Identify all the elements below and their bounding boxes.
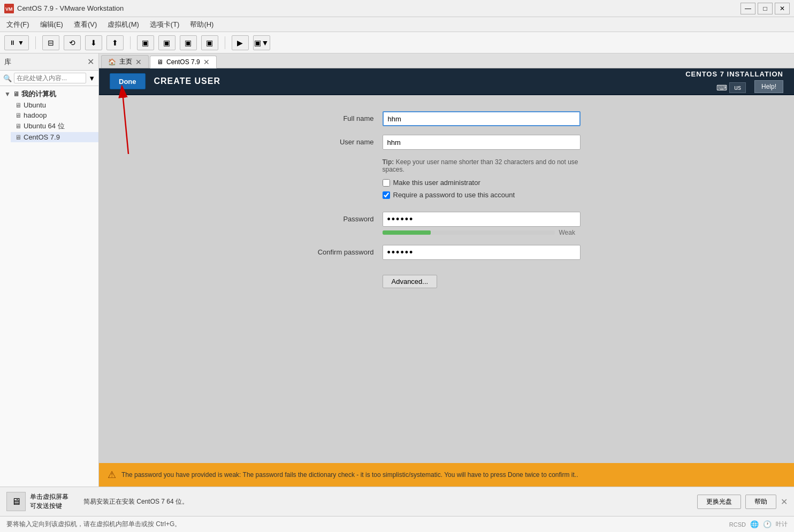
minimize-button[interactable]: — <box>740 3 755 14</box>
admin-checkbox-label[interactable]: Make this user administrator <box>393 179 480 187</box>
sidebar-close-button[interactable]: ✕ <box>87 57 94 67</box>
status-vm-icon: 🖥 <box>6 492 26 511</box>
ubuntu-label: Ubuntu <box>24 101 46 109</box>
app-logo: VM <box>4 4 14 13</box>
console-button[interactable]: ▶ <box>232 35 249 50</box>
search-dropdown-icon[interactable]: ▼ <box>88 74 95 82</box>
sidebar-item-hadoop[interactable]: 🖥 hadoop <box>11 110 98 120</box>
sidebar-item-my-computer[interactable]: ▼ 🖥 我的计算机 <box>0 88 98 100</box>
full-name-input[interactable] <box>383 111 581 126</box>
require-password-row: Require a password to use this account <box>383 191 581 199</box>
admin-checkbox[interactable] <box>383 179 390 187</box>
toolbar: ⏸ ▼ ⊟ ⟲ ⬇ ⬆ ▣ ▣ ▣ ▣ ▶ ▣▼ <box>0 32 794 53</box>
form-area: Full name User name <box>99 95 794 463</box>
bottom-bar: 要将输入定向到该虚拟机，请在虚拟机内部单击或按 Ctrl+G。 RCSD 🌐 🕐… <box>0 516 794 532</box>
installation-title: CENTOS 7 INSTALLATION <box>685 70 783 78</box>
tip-row: Tip: Keep your user name shorter than 32… <box>313 158 581 203</box>
change-disk-button[interactable]: 更换光盘 <box>697 495 741 509</box>
vm-icon: 🖥 <box>15 102 21 109</box>
sidebar-item-ubuntu[interactable]: 🖥 Ubuntu <box>11 100 98 110</box>
home-tab-close[interactable]: ✕ <box>135 58 142 66</box>
fullscreen-button[interactable]: ▣ <box>137 35 154 50</box>
send-ctrl-alt-del-button[interactable]: ⊟ <box>42 35 59 50</box>
menu-edit[interactable]: 编辑(E) <box>36 19 67 30</box>
password-label: Password <box>313 212 383 223</box>
vm-icon-2: 🖥 <box>15 112 21 119</box>
resume-button[interactable]: ⬆ <box>106 35 124 50</box>
search-input[interactable] <box>14 73 86 83</box>
unity-button[interactable]: ▣ <box>158 35 175 50</box>
bottom-icon-rcsd: RCSD <box>729 521 746 528</box>
menu-view[interactable]: 查看(V) <box>70 19 101 30</box>
centos-tab-icon: 🖥 <box>157 58 163 66</box>
username-input[interactable] <box>383 135 581 150</box>
status-right: 更换光盘 帮助 ✕ <box>697 495 788 509</box>
click-screen-label: 单击虚拟屏幕 <box>30 493 68 500</box>
centos-tab-label: CentOS 7.9 <box>166 58 200 66</box>
pause-dropdown: ▼ <box>18 39 24 47</box>
menu-file[interactable]: 文件(F) <box>2 19 34 30</box>
tip-prefix: Tip: <box>383 158 394 166</box>
home-tab-label: 主页 <box>119 57 132 66</box>
language-selector: ⌨ us <box>716 82 746 93</box>
password-strength: Weak <box>383 229 581 236</box>
require-password-checkbox[interactable] <box>383 191 390 199</box>
tip-message: Keep your user name shorter than 32 char… <box>383 158 578 173</box>
strength-label: Weak <box>559 229 581 236</box>
sidebar-item-centos79[interactable]: 🖥 CentOS 7.9 <box>11 132 98 142</box>
password-input[interactable] <box>383 212 581 227</box>
tip-control: Tip: Keep your user name shorter than 32… <box>383 158 581 203</box>
sidebar-title: 库 <box>4 57 11 67</box>
password-row: Password Weak <box>313 212 581 236</box>
sidebar: 库 ✕ 🔍 ▼ ▼ 🖥 我的计算机 🖥 Ubuntu 🖥 hadoop <box>0 53 99 487</box>
snapshot-button[interactable]: ⟲ <box>64 35 81 50</box>
tab-bar: 🏠 主页 ✕ 🖥 CentOS 7.9 ✕ <box>99 53 794 68</box>
sidebar-search: 🔍 ▼ <box>0 71 98 86</box>
sidebar-tree: ▼ 🖥 我的计算机 🖥 Ubuntu 🖥 hadoop 🖥 Ubuntu 64 … <box>0 86 98 487</box>
toolbar-separator <box>35 36 36 49</box>
expand-icon: ▼ <box>4 90 11 98</box>
warning-bar: ⚠ The password you have provided is weak… <box>99 463 794 487</box>
menu-vm[interactable]: 虚拟机(M) <box>103 19 143 30</box>
language-button[interactable]: us <box>729 82 746 93</box>
vm-icon-3: 🖥 <box>15 122 21 130</box>
content-area: 🏠 主页 ✕ 🖥 CentOS 7.9 ✕ Done CREATE USER C… <box>99 53 794 487</box>
menu-help[interactable]: 帮助(H) <box>186 19 218 30</box>
require-password-label[interactable]: Require a password to use this account <box>393 191 515 199</box>
bottom-icon-network: 🌐 <box>750 520 759 528</box>
strength-bar-container <box>383 230 555 235</box>
centos-tab-close[interactable]: ✕ <box>203 58 210 66</box>
help-button[interactable]: Help! <box>754 80 783 93</box>
password-control: Weak <box>383 212 581 236</box>
close-button[interactable]: ✕ <box>775 3 790 14</box>
advanced-button[interactable]: Advanced... <box>383 275 438 288</box>
sidebar-header: 库 ✕ <box>0 53 98 71</box>
title-bar-left: VM CentOS 7.9 - VMware Workstation <box>4 4 124 13</box>
status-help-button[interactable]: 帮助 <box>745 495 776 509</box>
tip-label-spacer <box>313 158 383 161</box>
sidebar-item-ubuntu64[interactable]: 🖥 Ubuntu 64 位 <box>11 120 98 132</box>
warning-icon: ⚠ <box>108 469 116 481</box>
advanced-section: Advanced... <box>383 266 581 288</box>
more-button[interactable]: ▣▼ <box>253 35 270 50</box>
username-label: User name <box>313 135 383 146</box>
tab-home[interactable]: 🏠 主页 ✕ <box>101 55 149 68</box>
pause-button[interactable]: ⏸ ▼ <box>4 35 29 50</box>
menu-tabs[interactable]: 选项卡(T) <box>146 19 184 30</box>
status-close-icon[interactable]: ✕ <box>781 497 788 507</box>
create-user-header: Done CREATE USER CENTOS 7 INSTALLATION ⌨… <box>99 68 794 95</box>
confirm-password-input[interactable] <box>383 245 581 260</box>
maximize-button[interactable]: □ <box>758 3 773 14</box>
bottom-tip: 要将输入定向到该虚拟机，请在虚拟机内部单击或按 Ctrl+G。 <box>6 520 181 529</box>
status-text: 单击虚拟屏幕 可发送按键 <box>30 492 68 511</box>
tab-centos79[interactable]: 🖥 CentOS 7.9 ✕ <box>150 56 217 68</box>
quickswitch-button[interactable]: ▣ <box>201 35 218 50</box>
toolbar-separator-3 <box>225 36 225 49</box>
ubuntu64-label: Ubuntu 64 位 <box>24 121 65 131</box>
suspend-button[interactable]: ⬇ <box>85 35 102 50</box>
create-user-form: Full name User name <box>313 111 581 447</box>
menu-bar: 文件(F) 编辑(E) 查看(V) 虚拟机(M) 选项卡(T) 帮助(H) <box>0 17 794 32</box>
autofit-button[interactable]: ▣ <box>180 35 197 50</box>
done-button[interactable]: Done <box>110 73 146 89</box>
vm-display-area[interactable]: Done CREATE USER CENTOS 7 INSTALLATION ⌨… <box>99 68 794 487</box>
